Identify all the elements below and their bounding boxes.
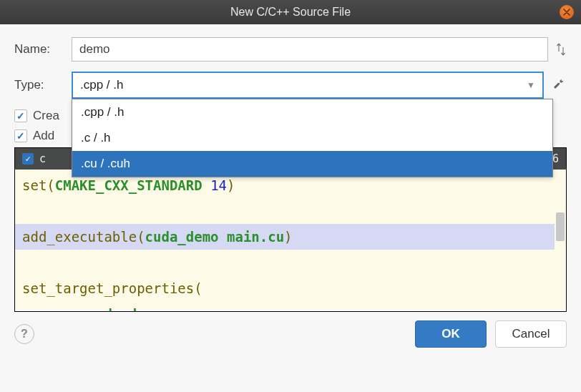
- dialog-content: Name: Type: .cpp / .h ▼ .cpp / .h .c / .…: [0, 24, 581, 358]
- chevron-down-icon: ▼: [527, 80, 535, 90]
- type-option-c[interactable]: .c / .h: [72, 125, 552, 151]
- code-scrollbar[interactable]: [555, 170, 566, 310]
- code-scrollbar-thumb[interactable]: [556, 212, 565, 241]
- code-token: main.cu: [227, 229, 284, 245]
- name-label: Name:: [14, 42, 72, 57]
- close-icon: [563, 9, 570, 16]
- code-token: 14: [210, 177, 227, 193]
- type-dropdown: .cpp / .h .c / .h .cu / .cuh: [72, 99, 553, 177]
- cmake-code-editor[interactable]: set(CMAKE_CXX_STANDARD 14) add_executabl…: [15, 170, 566, 310]
- sort-updown-icon: [555, 41, 567, 57]
- code-token: set: [22, 177, 47, 193]
- type-label: Type:: [14, 78, 72, 92]
- add-checkbox[interactable]: ✓: [14, 129, 27, 142]
- cmake-tab-checkbox[interactable]: ✓: [22, 153, 34, 165]
- type-selected-value: .cpp / .h: [80, 78, 123, 92]
- type-combobox[interactable]: .cpp / .h ▼: [72, 72, 544, 99]
- name-row: Name:: [14, 37, 567, 62]
- dialog-footer: ? OK Cancel: [14, 312, 567, 348]
- window-close-button[interactable]: [560, 5, 574, 19]
- name-input[interactable]: [72, 37, 548, 62]
- create-checkbox-label: Crea: [33, 109, 59, 123]
- help-icon: ?: [21, 328, 28, 340]
- type-settings-button[interactable]: [551, 77, 567, 94]
- code-token: set_target_properties: [22, 280, 194, 296]
- window-titlebar: New C/C++ Source File: [0, 0, 581, 24]
- create-checkbox[interactable]: ✓: [14, 109, 27, 122]
- code-token: CMAKE_CXX_STANDARD: [55, 177, 202, 193]
- type-option-cpp[interactable]: .cpp / .h: [72, 99, 552, 125]
- ok-button[interactable]: OK: [415, 320, 487, 348]
- code-token: cuda_demo: [88, 306, 162, 312]
- code-token: add_executable: [22, 229, 137, 245]
- add-checkbox-label: Add: [33, 129, 54, 143]
- code-token: cuda_demo: [145, 229, 219, 245]
- help-button[interactable]: ?: [14, 324, 34, 344]
- window-title: New C/C++ Source File: [230, 6, 351, 19]
- cancel-button[interactable]: Cancel: [495, 320, 567, 348]
- cmake-tab-name: c: [39, 152, 46, 165]
- wrench-icon: [552, 77, 565, 90]
- type-option-cu[interactable]: .cu / .cuh: [72, 151, 552, 177]
- sort-toggle-button[interactable]: [555, 39, 567, 59]
- type-row: Type: .cpp / .h ▼ .cpp / .h .c / .h .cu …: [14, 72, 567, 99]
